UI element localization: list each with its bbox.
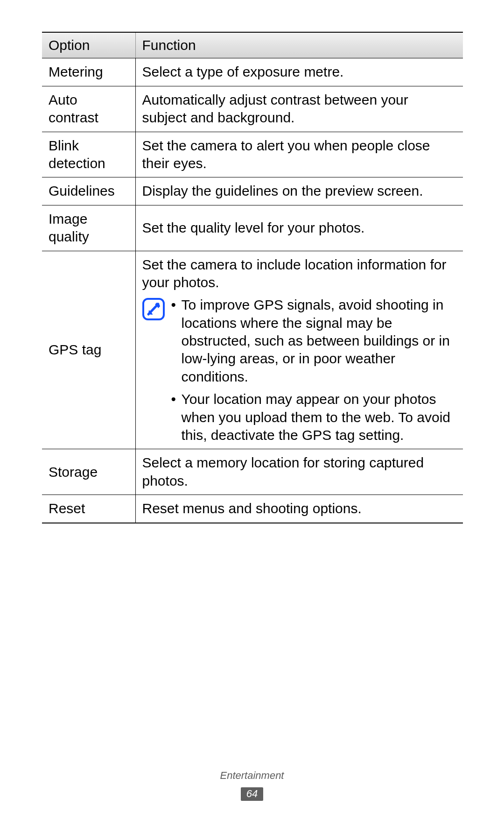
function-cell: Select a type of exposure metre.	[135, 58, 463, 86]
page-content: Option Function Metering Select a type o…	[0, 0, 504, 523]
option-cell: Image quality	[42, 205, 135, 251]
note-item: To improve GPS signals, avoid shooting i…	[171, 296, 457, 386]
function-cell: Display the guidelines on the preview sc…	[135, 177, 463, 205]
page-footer: Entertainment 64	[0, 770, 504, 801]
function-cell: Set the camera to alert you when people …	[135, 132, 463, 177]
function-cell: Reset menus and shooting options.	[135, 495, 463, 523]
table-row: Reset Reset menus and shooting options.	[42, 495, 463, 523]
column-header-function: Function	[135, 32, 463, 58]
column-header-option: Option	[42, 32, 135, 58]
table-row: Guidelines Display the guidelines on the…	[42, 177, 463, 205]
note-item: Your location may appear on your photos …	[171, 390, 457, 444]
option-cell: Metering	[42, 58, 135, 86]
table-row: Auto contrast Automatically adjust contr…	[42, 86, 463, 132]
table-header-row: Option Function	[42, 32, 463, 58]
option-cell: Blink detection	[42, 132, 135, 177]
table-row: Storage Select a memory location for sto…	[42, 449, 463, 495]
table-row: Metering Select a type of exposure metre…	[42, 58, 463, 86]
function-cell: Set the quality level for your photos.	[135, 205, 463, 251]
options-table: Option Function Metering Select a type o…	[42, 32, 463, 523]
function-cell: Select a memory location for storing cap…	[135, 449, 463, 495]
option-cell: Reset	[42, 495, 135, 523]
gps-intro-text: Set the camera to include location infor…	[142, 256, 457, 292]
page-number-badge: 64	[241, 787, 263, 801]
section-title: Entertainment	[0, 770, 504, 782]
table-row: Image quality Set the quality level for …	[42, 205, 463, 251]
note-list: To improve GPS signals, avoid shooting i…	[171, 296, 457, 444]
function-cell: Set the camera to include location infor…	[135, 251, 463, 449]
note-block: To improve GPS signals, avoid shooting i…	[142, 296, 457, 444]
option-cell: Auto contrast	[42, 86, 135, 132]
option-cell: Guidelines	[42, 177, 135, 205]
option-cell: GPS tag	[42, 251, 135, 449]
note-icon	[142, 298, 165, 320]
option-cell: Storage	[42, 449, 135, 495]
table-row: GPS tag Set the camera to include locati…	[42, 251, 463, 449]
function-cell: Automatically adjust contrast between yo…	[135, 86, 463, 132]
table-row: Blink detection Set the camera to alert …	[42, 132, 463, 177]
